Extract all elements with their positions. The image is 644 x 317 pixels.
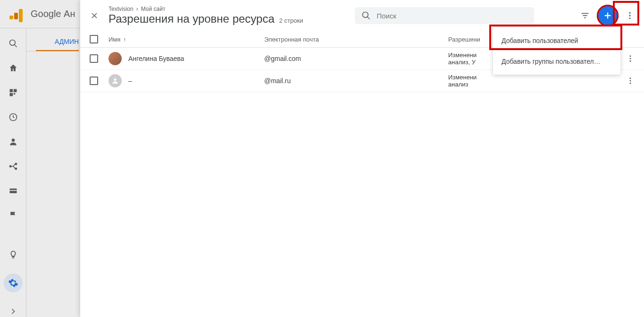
col-name[interactable]: Имя ↑ [109,36,264,43]
user-name: Ангелина Буваева [128,55,184,62]
svg-point-26 [114,78,116,81]
user-permissions: Изменени анализ [448,74,621,88]
select-all-checkbox[interactable] [90,35,98,43]
search-input[interactable] [376,12,527,20]
svg-point-23 [630,55,631,57]
sort-up-icon: ↑ [123,36,126,43]
svg-point-28 [630,80,631,82]
svg-point-24 [630,58,631,60]
svg-point-27 [630,77,631,79]
svg-point-21 [629,15,630,16]
more-vert-icon[interactable] [625,11,635,20]
svg-point-22 [629,17,630,19]
svg-point-20 [629,12,630,14]
svg-line-14 [368,17,370,19]
col-email[interactable]: Электронная почта [264,36,448,43]
user-email: @gmail.com [264,55,448,62]
avatar [109,52,122,65]
search-box[interactable] [355,7,534,24]
chevron-right-icon: › [136,6,138,12]
svg-point-13 [363,12,368,18]
breadcrumb: Textvision › Мой сайт [109,6,303,12]
breadcrumb-property[interactable]: Мой сайт [141,6,166,12]
row-checkbox[interactable] [90,77,98,85]
panel-title: Разрешения на уровне ресурса [109,12,275,26]
row-more-icon[interactable] [621,77,635,85]
add-dropdown-menu: Добавить пользователей Добавить группы п… [493,27,620,75]
row-checkbox[interactable] [90,54,98,63]
user-email: @mail.ru [264,77,448,85]
svg-point-25 [630,60,631,62]
search-icon [361,11,371,20]
close-button[interactable] [90,11,99,20]
breadcrumb-account[interactable]: Textvision [109,6,134,12]
svg-point-29 [630,83,631,84]
panel-header: Textvision › Мой сайт Разрешения на уров… [80,0,644,31]
row-more-icon[interactable] [621,54,635,63]
add-user-button[interactable] [597,5,619,26]
menu-add-groups[interactable]: Добавить группы пользовател… [493,51,620,72]
menu-add-users[interactable]: Добавить пользователей [493,30,620,51]
filter-icon[interactable] [580,10,590,21]
permissions-panel: Textvision › Мой сайт Разрешения на уров… [80,0,644,317]
row-count: 2 строки [279,17,303,24]
avatar [109,74,122,87]
user-name: – [128,77,132,85]
